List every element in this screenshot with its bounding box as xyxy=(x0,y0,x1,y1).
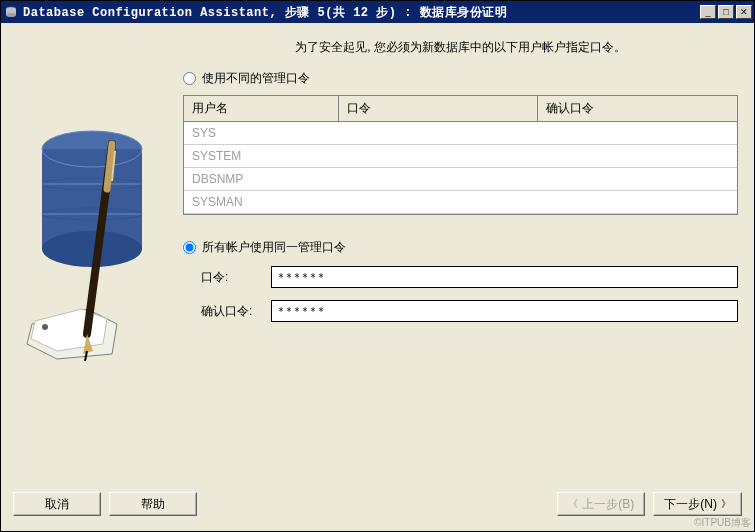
app-icon xyxy=(3,4,19,20)
users-table: 用户名 口令 确认口令 SYS SYSTEM xyxy=(183,95,738,215)
cell-user: DBSNMP xyxy=(184,168,339,191)
next-button[interactable]: 下一步(N) 》 xyxy=(653,492,742,516)
radio-same[interactable] xyxy=(183,241,196,254)
table-row: SYSTEM xyxy=(184,145,737,168)
option-different-passwords[interactable]: 使用不同的管理口令 xyxy=(183,70,738,87)
same-password-block: 所有帐户使用同一管理口令 口令: 确认口令: xyxy=(183,239,738,334)
wizard-sidebar xyxy=(17,39,167,471)
instruction-text: 为了安全起见, 您必须为新数据库中的以下用户帐户指定口令。 xyxy=(183,39,738,56)
password-input[interactable] xyxy=(271,266,738,288)
col-header-confirm: 确认口令 xyxy=(538,96,737,122)
cell-password xyxy=(339,145,538,168)
sidebar-illustration xyxy=(17,99,167,379)
cell-password xyxy=(339,122,538,145)
chevron-left-icon: 《 xyxy=(568,497,578,511)
svg-point-2 xyxy=(6,13,16,17)
cell-confirm xyxy=(538,191,737,214)
password-label: 口令: xyxy=(201,269,271,286)
table-row: DBSNMP xyxy=(184,168,737,191)
option-different-label: 使用不同的管理口令 xyxy=(202,70,310,87)
cell-password xyxy=(339,168,538,191)
wizard-window: Database Configuration Assistant, 步骤 5(共… xyxy=(0,0,755,532)
wizard-footer: 取消 帮助 《 上一步(B) 下一步(N) 》 xyxy=(1,487,754,531)
radio-different[interactable] xyxy=(183,72,196,85)
cell-password xyxy=(339,191,538,214)
content-area: 为了安全起见, 您必须为新数据库中的以下用户帐户指定口令。 使用不同的管理口令 … xyxy=(1,23,754,487)
option-same-password[interactable]: 所有帐户使用同一管理口令 xyxy=(183,239,738,256)
minimize-button[interactable]: _ xyxy=(700,5,716,19)
cancel-button[interactable]: 取消 xyxy=(13,492,101,516)
cell-user: SYS xyxy=(184,122,339,145)
back-button[interactable]: 《 上一步(B) xyxy=(557,492,645,516)
cell-confirm xyxy=(538,122,737,145)
main-panel: 为了安全起见, 您必须为新数据库中的以下用户帐户指定口令。 使用不同的管理口令 … xyxy=(183,39,738,471)
col-header-password: 口令 xyxy=(339,96,538,122)
option-same-label: 所有帐户使用同一管理口令 xyxy=(202,239,346,256)
window-title: Database Configuration Assistant, 步骤 5(共… xyxy=(23,4,700,21)
svg-point-13 xyxy=(42,324,48,330)
table-header-row: 用户名 口令 确认口令 xyxy=(184,96,737,122)
password-row: 口令: xyxy=(201,266,738,288)
help-button[interactable]: 帮助 xyxy=(109,492,197,516)
svg-line-15 xyxy=(107,144,112,189)
cell-confirm xyxy=(538,168,737,191)
table-row: SYS xyxy=(184,122,737,145)
confirm-password-label: 确认口令: xyxy=(201,303,271,320)
svg-point-5 xyxy=(42,231,142,267)
cell-confirm xyxy=(538,145,737,168)
maximize-button[interactable]: □ xyxy=(718,5,734,19)
confirm-password-row: 确认口令: xyxy=(201,300,738,322)
col-header-user: 用户名 xyxy=(184,96,339,122)
window-buttons: _ □ ✕ xyxy=(700,5,752,19)
confirm-password-input[interactable] xyxy=(271,300,738,322)
table-row: SYSMAN xyxy=(184,191,737,214)
cell-user: SYSTEM xyxy=(184,145,339,168)
chevron-right-icon: 》 xyxy=(721,497,731,511)
svg-marker-12 xyxy=(31,309,107,351)
cell-user: SYSMAN xyxy=(184,191,339,214)
close-button[interactable]: ✕ xyxy=(736,5,752,19)
titlebar: Database Configuration Assistant, 步骤 5(共… xyxy=(1,1,754,23)
